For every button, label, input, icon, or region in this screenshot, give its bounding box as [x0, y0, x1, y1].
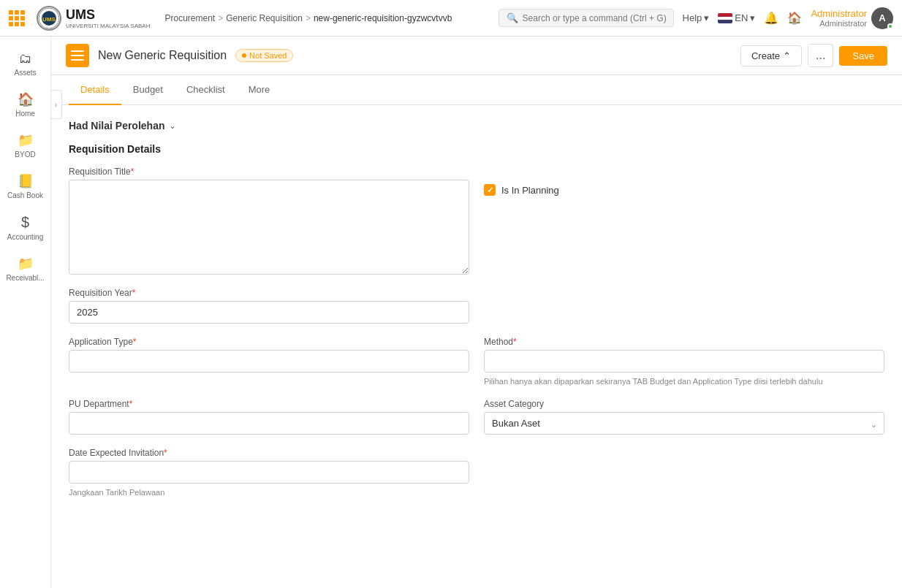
asset-category-select[interactable]: Bukan Aset: [484, 412, 884, 435]
sidebar-item-label: Accounting: [7, 233, 43, 241]
search-input[interactable]: [523, 13, 666, 23]
form-row-department-asset: PU Department* Asset Category Bukan Aset: [69, 399, 884, 435]
not-saved-text: Not Saved: [249, 51, 287, 60]
section-header: Had Nilai Perolehan: [69, 120, 164, 131]
pu-department-input[interactable]: [69, 412, 469, 435]
breadcrumb-part2[interactable]: Generic Requisition: [226, 13, 303, 23]
sidebar-item-home[interactable]: 🏠 Home: [1, 85, 50, 123]
lang-chevron-icon: ▾: [750, 12, 755, 23]
requisition-title-input[interactable]: [69, 180, 469, 275]
sidebar-item-label: Cash Book: [7, 191, 43, 199]
asset-category-label: Asset Category: [484, 399, 884, 409]
sidebar-item-label: Receivabl...: [6, 274, 44, 282]
user-info: Administrator Administrator A: [811, 7, 893, 29]
help-label: Help: [683, 12, 702, 23]
avatar-letter: A: [879, 12, 885, 23]
method-hint-text: Pilihan hanya akan dipaparkan sekiranya …: [484, 377, 884, 386]
svg-text:UMS: UMS: [42, 16, 56, 23]
form-body: Had Nilai Perolehan ⌄ Requisition Detail…: [51, 105, 902, 524]
is-in-planning-row: Is In Planning: [484, 167, 884, 196]
create-button[interactable]: Create ⌃: [740, 45, 802, 66]
requisition-year-label: Requisition Year*: [69, 288, 469, 298]
breadcrumb-current: new-generic-requisition-gyzwcvtvvb: [314, 13, 452, 23]
menu-button[interactable]: [66, 44, 89, 67]
not-saved-dot: [242, 53, 246, 58]
header-actions: Create ⌃ ... Save: [740, 44, 887, 67]
form-group-asset-category: Asset Category Bukan Aset: [484, 399, 884, 435]
date-expected-input[interactable]: [69, 461, 469, 484]
ums-logo: UMS: [37, 6, 61, 31]
application-type-label: Application Type*: [69, 337, 469, 347]
sidebar: 🗂 Assets 🏠 Home 📁 BYOD 📒 Cash Book $ Acc…: [0, 37, 51, 588]
main-content: New Generic Requisition Not Saved Create…: [51, 37, 902, 588]
is-in-planning-checkbox[interactable]: [484, 184, 496, 196]
menu-line: [71, 59, 84, 61]
sidebar-item-label: BYOD: [15, 150, 35, 159]
page-title: New Generic Requisition: [98, 49, 227, 62]
home-sidebar-icon: 🏠: [18, 91, 34, 107]
method-label: Method*: [484, 337, 884, 347]
application-type-input[interactable]: [69, 350, 469, 373]
method-input[interactable]: [484, 350, 884, 373]
logo-subtext: UNIVERSITI MALAYSIA SABAH: [66, 23, 150, 29]
form-row-apptype-method: Application Type* Method* Pilihan hanya …: [69, 337, 884, 386]
assets-icon: 🗂: [19, 51, 32, 66]
section-title: Requisition Details: [69, 143, 884, 155]
form-group-application-type: Application Type*: [69, 337, 469, 386]
help-button[interactable]: Help ▾: [683, 12, 710, 23]
lang-label: EN: [735, 12, 748, 23]
sidebar-item-byod[interactable]: 📁 BYOD: [1, 126, 50, 164]
tab-details[interactable]: Details: [69, 75, 121, 105]
breadcrumb-sep1: >: [218, 13, 223, 23]
requisition-year-input[interactable]: [69, 301, 469, 324]
breadcrumb: Procurement > Generic Requisition > new-…: [164, 13, 452, 23]
breadcrumb-part1[interactable]: Procurement: [164, 13, 215, 23]
form-group-empty2: [484, 448, 884, 497]
search-icon: 🔍: [507, 12, 518, 23]
breadcrumb-sep2: >: [306, 13, 311, 23]
tab-more[interactable]: More: [237, 75, 282, 105]
form-group-method: Method* Pilihan hanya akan dipaparkan se…: [484, 337, 884, 386]
sidebar-item-accounting[interactable]: $ Accounting: [1, 208, 50, 247]
create-chevron-icon: ⌃: [783, 50, 791, 61]
receivables-icon: 📁: [18, 256, 34, 272]
cashbook-icon: 📒: [18, 173, 34, 189]
avatar-online-dot: [887, 23, 893, 29]
form-group-requisition-year: Requisition Year*: [69, 288, 469, 324]
requisition-title-label: Requisition Title*: [69, 167, 469, 177]
form-group-empty: [484, 288, 884, 324]
pu-department-label: PU Department*: [69, 399, 469, 409]
home-icon[interactable]: 🏠: [787, 11, 802, 25]
content-wrapper: › Details Budget Checklist More Had Nila…: [51, 75, 902, 588]
logo-area: UMS UMS UNIVERSITI MALAYSIA SABAH: [37, 6, 150, 31]
logo-text: UMS: [66, 7, 150, 23]
help-chevron-icon: ▾: [704, 12, 709, 23]
sidebar-item-assets[interactable]: 🗂 Assets: [1, 45, 50, 83]
create-label: Create: [751, 50, 780, 61]
more-button[interactable]: ...: [808, 44, 833, 67]
form-group-date-expected: Date Expected Invitation* Jangkaan Tarik…: [69, 448, 469, 497]
collapse-toggle[interactable]: ›: [51, 90, 62, 119]
page-header: New Generic Requisition Not Saved Create…: [51, 37, 902, 75]
date-expected-sub: Jangkaan Tarikh Pelawaan: [69, 488, 469, 497]
search-bar[interactable]: 🔍: [499, 9, 674, 27]
tab-budget[interactable]: Budget: [121, 75, 175, 105]
tab-checklist[interactable]: Checklist: [175, 75, 237, 105]
menu-line: [71, 55, 84, 56]
is-in-planning-label: Is In Planning: [501, 185, 559, 196]
sidebar-item-label: Assets: [14, 69, 36, 77]
accounting-icon: $: [21, 214, 29, 231]
language-button[interactable]: EN ▾: [718, 12, 755, 23]
sidebar-item-cashbook[interactable]: 📒 Cash Book: [1, 167, 50, 205]
avatar: A: [871, 7, 893, 29]
form-group-requisition-title: Requisition Title*: [69, 167, 469, 275]
tabs-bar: Details Budget Checklist More: [51, 75, 902, 105]
app-grid-icon[interactable]: [9, 10, 25, 26]
notification-bell-icon[interactable]: 🔔: [764, 11, 778, 25]
asset-category-select-wrapper: Bukan Aset: [484, 412, 884, 435]
section-collapse-icon[interactable]: ⌄: [169, 121, 176, 131]
save-button[interactable]: Save: [839, 46, 887, 66]
flag-icon: [718, 13, 732, 23]
form-row-date: Date Expected Invitation* Jangkaan Tarik…: [69, 448, 884, 497]
sidebar-item-receivables[interactable]: 📁 Receivabl...: [1, 250, 50, 288]
